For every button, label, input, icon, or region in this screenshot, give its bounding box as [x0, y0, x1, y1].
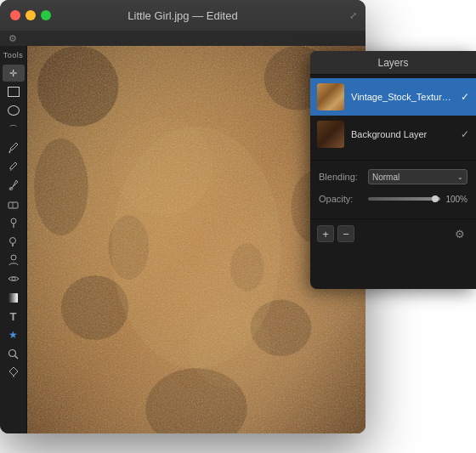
brush-icon: [8, 179, 19, 191]
minimize-button[interactable]: [26, 10, 36, 20]
layer-thumb-2: [317, 121, 344, 148]
traffic-lights: [10, 10, 51, 20]
stamp-icon: [8, 236, 19, 247]
layer-thumb-1: [317, 83, 344, 110]
maximize-button[interactable]: [41, 10, 51, 20]
opacity-label: Opacity:: [319, 194, 363, 204]
settings-icon[interactable]: ⚙: [8, 33, 17, 44]
lasso-icon: ⌒: [8, 123, 18, 136]
tools-label: Tools: [3, 51, 24, 59]
svg-point-8: [11, 255, 16, 260]
expand-icon[interactable]: ⤢: [349, 10, 357, 21]
layer-name-2: Background Layer: [351, 129, 454, 139]
magnify-icon: [8, 348, 19, 360]
text-icon: T: [10, 310, 17, 323]
rect-select-icon: [8, 87, 20, 97]
svg-line-12: [15, 355, 19, 359]
layer-controls: Blending: Normal ⌄ Opacity: 100%: [310, 160, 476, 218]
svg-point-9: [12, 277, 15, 280]
brush-tool[interactable]: [3, 177, 25, 194]
layer-settings-button[interactable]: ⚙: [450, 224, 469, 243]
blending-value: Normal: [372, 173, 400, 182]
face-tool[interactable]: [3, 252, 25, 269]
pen-icon: [8, 366, 19, 378]
move-tool[interactable]: ✛: [3, 65, 25, 82]
layer-name-1: Vintage_Stock_Texture_1_b...: [351, 92, 454, 102]
close-button[interactable]: [10, 10, 20, 20]
eraser-tool[interactable]: [3, 195, 25, 212]
pencil-icon: [8, 161, 19, 173]
svg-point-11: [9, 349, 16, 356]
opacity-value: 100%: [444, 195, 468, 204]
select-ellipse-tool[interactable]: [3, 102, 25, 119]
svg-point-6: [10, 237, 16, 243]
gradient-icon: [8, 292, 19, 303]
add-layer-button[interactable]: +: [317, 225, 334, 242]
zoom-tool[interactable]: [3, 345, 25, 362]
text-tool[interactable]: T: [3, 308, 25, 325]
red-eye-tool[interactable]: [3, 270, 25, 287]
layer-visible-1[interactable]: ✓: [461, 91, 469, 103]
opacity-slider-thumb: [432, 195, 439, 202]
add-icon: +: [322, 228, 329, 241]
lasso-tool[interactable]: ⌒: [3, 121, 25, 138]
layers-panel-title: Layers: [377, 57, 408, 69]
opacity-slider-container: 100%: [368, 195, 468, 204]
gear-icon: ⚙: [455, 228, 465, 241]
clone-stamp-tool[interactable]: [3, 233, 25, 250]
pencil-tool[interactable]: [3, 158, 25, 175]
dodge-tool[interactable]: [3, 214, 25, 231]
svg-rect-10: [8, 293, 18, 303]
layers-list: Vintage_Stock_Texture_1_b... ✓ Backgroun…: [310, 75, 476, 156]
layer-actions: + − ⚙: [310, 218, 476, 248]
svg-rect-2: [8, 202, 18, 208]
select-rect-tool[interactable]: [3, 83, 25, 100]
ellipse-select-icon: [8, 105, 20, 116]
pen-tool[interactable]: [3, 364, 25, 381]
layer-item-2[interactable]: Background Layer ✓: [310, 116, 476, 153]
minus-icon: −: [343, 228, 349, 241]
move-icon: ✛: [9, 68, 17, 79]
layers-panel: Layers Vintage_Stock_Texture_1_b... ✓ Ba…: [310, 51, 476, 289]
window-title: Little Girl.jpg — Edited: [128, 9, 237, 22]
title-bar: Little Girl.jpg — Edited ⤢: [0, 0, 366, 31]
blending-row: Blending: Normal ⌄: [319, 167, 468, 186]
dodge-icon: [8, 217, 19, 229]
gradient-tool[interactable]: [3, 289, 25, 306]
eye-icon: [8, 275, 20, 283]
shape-tool[interactable]: ★: [3, 326, 25, 343]
svg-line-0: [9, 150, 10, 153]
layer-thumb-texture: [317, 83, 344, 110]
svg-point-4: [11, 218, 16, 224]
eyedropper-icon: [8, 142, 19, 154]
remove-layer-button[interactable]: −: [337, 225, 354, 242]
layer-thumb-bg: [317, 121, 344, 148]
layer-item-1[interactable]: Vintage_Stock_Texture_1_b... ✓: [310, 78, 476, 116]
eyedropper-tool[interactable]: [3, 139, 25, 156]
dropdown-chevron: ⌄: [457, 173, 463, 181]
opacity-row: Opacity: 100%: [319, 190, 468, 208]
blending-label: Blending:: [319, 172, 363, 182]
layer-visible-2[interactable]: ✓: [461, 128, 469, 140]
tools-panel: Tools ✛ ⌒: [0, 46, 27, 433]
blending-dropdown[interactable]: Normal ⌄: [368, 169, 468, 184]
eraser-icon: [8, 200, 19, 209]
layers-title-bar: Layers: [310, 51, 476, 75]
opacity-slider[interactable]: [368, 197, 440, 201]
star-icon: ★: [8, 329, 18, 341]
face-icon: [8, 254, 19, 266]
